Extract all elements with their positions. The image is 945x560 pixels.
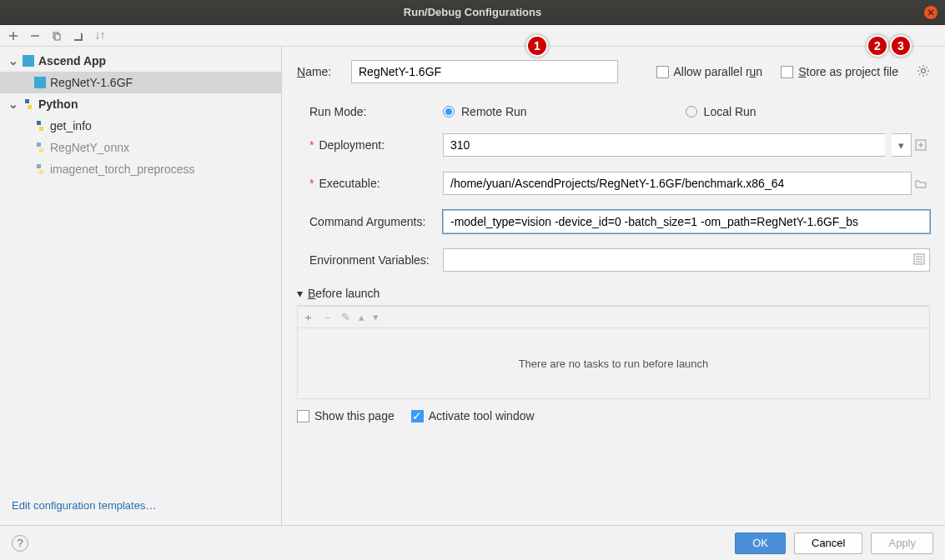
store-project-checkbox[interactable]: Store as project file (781, 65, 898, 78)
checkbox-icon: ✓ (411, 410, 424, 422)
config-toolbar (0, 25, 945, 47)
cancel-button[interactable]: Cancel (794, 532, 862, 554)
cmd-args-row: Command Arguments: 4 (309, 210, 930, 233)
config-tree[interactable]: ⌄ Ascend App RegNetY-1.6GF ⌄ Python get_… (0, 47, 281, 489)
name-input[interactable] (351, 60, 618, 83)
config-sidebar: ⌄ Ascend App RegNetY-1.6GF ⌄ Python get_… (0, 47, 282, 525)
add-config-icon[interactable] (7, 29, 20, 42)
chevron-down-icon: ⌄ (8, 98, 18, 111)
allow-parallel-label: Allow parallel run (674, 65, 763, 78)
ascend-icon (33, 76, 47, 89)
remove-config-icon[interactable] (28, 29, 42, 42)
env-vars-input[interactable] (443, 248, 930, 272)
env-vars-label: Environment Variables: (309, 253, 443, 267)
dropdown-icon[interactable]: ▾ (892, 133, 912, 157)
annotation-marker-1: 1 (526, 35, 548, 57)
run-mode-label: Run Mode: (309, 105, 443, 118)
python-icon (22, 98, 35, 111)
remote-run-label: Remote Run (461, 105, 527, 118)
tree-item-label: RegNetY_onnx (50, 141, 129, 154)
name-row: Name: Allow parallel run Store as projec… (297, 60, 930, 83)
store-project-label: Store as project file (798, 65, 898, 78)
sidebar-footer: Edit configuration templates… (0, 489, 281, 525)
tree-item-regnety-onnx[interactable]: RegNetY_onnx (0, 137, 281, 158)
allow-parallel-checkbox[interactable]: Allow parallel run (656, 65, 763, 78)
name-label: Name: (297, 65, 351, 78)
cmd-args-label: Command Arguments: (309, 215, 443, 228)
save-config-icon[interactable] (72, 29, 85, 42)
help-icon[interactable]: ? (12, 535, 28, 552)
python-icon (33, 141, 47, 154)
before-launch-header[interactable]: ▾ Before launch (297, 287, 930, 306)
window-close-button[interactable] (924, 6, 937, 19)
tree-item-getinfo[interactable]: get_info (0, 115, 281, 137)
ok-button[interactable]: OK (735, 532, 786, 554)
radio-icon (686, 106, 697, 118)
annotation-marker-2: 2 (867, 35, 888, 57)
apply-button[interactable]: Apply (871, 532, 933, 554)
tree-item-label: get_info (50, 119, 92, 132)
svg-rect-1 (55, 34, 60, 40)
svg-point-4 (922, 68, 926, 72)
tree-group-label: Ascend App (38, 54, 106, 68)
chevron-down-icon: ▾ (297, 287, 303, 300)
show-this-page-label: Show this page (314, 409, 395, 422)
deployment-input[interactable] (443, 133, 885, 157)
activate-tool-checkbox[interactable]: ✓ Activate tool window (411, 409, 535, 422)
tree-item-label: RegNetY-1.6GF (50, 76, 133, 89)
before-launch-label: Before launch (308, 287, 380, 300)
local-run-label: Local Run (704, 105, 757, 118)
tree-group-ascend[interactable]: ⌄ Ascend App (0, 50, 281, 72)
deployment-label: Deployment: (309, 138, 443, 152)
list-icon[interactable] (913, 253, 925, 268)
checkbox-icon (297, 410, 309, 422)
run-mode-row: Run Mode: Remote Run Local Run 1 (309, 105, 930, 118)
folder-icon[interactable] (912, 174, 930, 192)
add-task-icon[interactable]: ＋ (303, 310, 314, 325)
annotation-marker-3: 3 (890, 35, 912, 57)
remote-run-radio[interactable]: Remote Run (443, 105, 527, 118)
remove-task-icon[interactable]: － (322, 310, 333, 325)
env-vars-row: Environment Variables: (309, 248, 930, 272)
expand-icon[interactable] (912, 136, 930, 154)
chevron-down-icon: ⌄ (8, 54, 18, 68)
svg-rect-2 (23, 55, 34, 67)
python-icon (33, 119, 47, 132)
cmd-args-input[interactable] (443, 210, 930, 233)
tree-item-label: imagenet_torch_preprocess (50, 162, 195, 176)
checkbox-icon (656, 66, 669, 78)
local-run-radio[interactable]: Local Run (686, 105, 757, 118)
radio-icon (443, 106, 455, 118)
edit-templates-link[interactable]: Edit configuration templates… (12, 499, 156, 512)
move-up-icon[interactable]: ▴ (359, 311, 364, 323)
gear-icon[interactable] (917, 64, 930, 80)
before-launch-empty: There are no tasks to run before launch (297, 328, 930, 399)
before-launch-section: ▾ Before launch ＋ － ✎ ▴ ▾ There are no t… (297, 287, 930, 422)
config-content: Name: Allow parallel run Store as projec… (282, 47, 945, 525)
executable-label: Executable: (309, 177, 443, 190)
tree-item-regnety[interactable]: RegNetY-1.6GF (0, 72, 281, 93)
activate-tool-label: Activate tool window (429, 409, 535, 422)
python-icon (33, 162, 47, 176)
copy-config-icon[interactable] (50, 29, 63, 42)
checkbox-icon (781, 66, 793, 78)
ascend-icon (22, 54, 35, 68)
window-title: Run/Debug Configurations (404, 6, 541, 18)
edit-task-icon[interactable]: ✎ (341, 311, 350, 323)
before-launch-toolbar: ＋ － ✎ ▴ ▾ (297, 306, 930, 328)
svg-rect-3 (34, 77, 46, 88)
sort-config-icon[interactable] (93, 29, 107, 42)
tree-group-python[interactable]: ⌄ Python (0, 93, 281, 115)
titlebar: Run/Debug Configurations (0, 0, 945, 25)
deployment-row: Deployment: ▾ 2 (309, 133, 930, 157)
move-down-icon[interactable]: ▾ (373, 311, 379, 323)
tree-item-imagenet[interactable]: imagenet_torch_preprocess (0, 158, 281, 180)
executable-row: Executable: 3 (309, 172, 930, 195)
bottom-bar: ? OK Cancel Apply (0, 525, 945, 560)
tree-group-label: Python (38, 98, 78, 111)
executable-input[interactable] (443, 172, 912, 195)
show-this-page-checkbox[interactable]: Show this page (297, 409, 395, 422)
